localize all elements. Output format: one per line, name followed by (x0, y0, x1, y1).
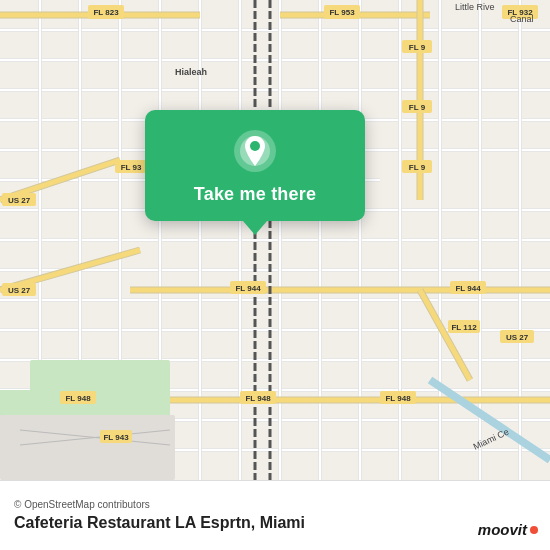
svg-text:FL 953: FL 953 (329, 8, 355, 17)
location-pin-icon (232, 128, 278, 174)
svg-text:FL 9: FL 9 (409, 103, 426, 112)
svg-text:US 27: US 27 (8, 286, 31, 295)
svg-text:Hialeah: Hialeah (175, 67, 207, 77)
svg-text:FL 948: FL 948 (65, 394, 91, 403)
svg-text:FL 823: FL 823 (93, 8, 119, 17)
svg-text:FL 112: FL 112 (451, 323, 477, 332)
location-card[interactable]: Take me there (145, 110, 365, 221)
svg-text:Little Rive: Little Rive (455, 2, 495, 12)
take-me-there-button[interactable]: Take me there (194, 184, 316, 205)
svg-text:FL 944: FL 944 (455, 284, 481, 293)
moovit-logo: moovit (478, 521, 538, 538)
svg-text:US 27: US 27 (8, 196, 31, 205)
svg-text:FL 948: FL 948 (385, 394, 411, 403)
svg-text:Canal: Canal (510, 14, 534, 24)
map-container: FL 823 FL 953 FL 932 Hialeah FL 9 FL 9 F… (0, 0, 550, 480)
place-name: Cafeteria Restaurant LA Esprtn, Miami (14, 514, 536, 532)
svg-text:FL 93: FL 93 (121, 163, 142, 172)
bottom-bar: © OpenStreetMap contributors Cafeteria R… (0, 480, 550, 550)
moovit-brand-text: moovit (478, 521, 527, 538)
moovit-brand-dot (530, 526, 538, 534)
svg-text:US 27: US 27 (506, 333, 529, 342)
svg-text:FL 943: FL 943 (103, 433, 129, 442)
svg-text:FL 9: FL 9 (409, 43, 426, 52)
svg-rect-80 (0, 415, 175, 480)
svg-point-123 (250, 141, 260, 151)
svg-text:FL 9: FL 9 (409, 163, 426, 172)
map-attribution: © OpenStreetMap contributors (14, 499, 536, 510)
svg-text:FL 944: FL 944 (235, 284, 261, 293)
svg-text:FL 948: FL 948 (245, 394, 271, 403)
